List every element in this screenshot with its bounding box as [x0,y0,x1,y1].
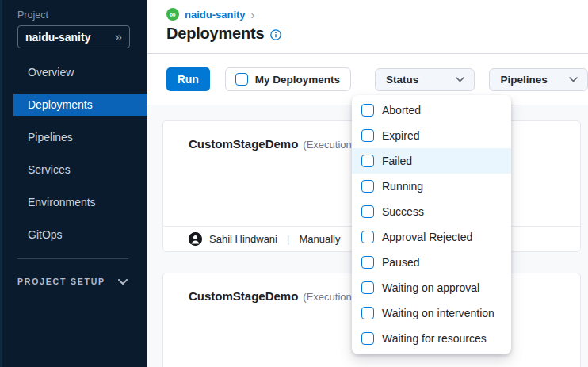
status-option-label: Paused [382,256,419,269]
app-window: Project naidu-sanity » OverviewDeploymen… [0,0,588,367]
cd-module-icon: ∞ [166,8,179,21]
run-button[interactable]: Run [166,67,210,91]
status-filter-label: Status [386,74,418,86]
sidebar-nav-item[interactable]: Deployments [13,94,147,116]
avatar-icon [189,232,202,246]
my-deployments-label: My Deployments [255,74,340,86]
pipelines-filter-dropdown[interactable]: Pipelines [489,68,588,91]
sidebar-nav-item[interactable]: Overview [13,61,147,83]
status-option-label: Running [382,180,423,193]
project-label: Project [17,10,48,21]
triggered-by[interactable]: Sahil Hindwani [209,233,277,245]
status-option-label: Waiting on approval [382,281,479,294]
sidebar-nav-item[interactable]: Pipelines [13,126,147,148]
status-option-label: Aborted [382,104,421,117]
status-option[interactable]: Waiting for resources [352,326,511,351]
sidebar: Project naidu-sanity » OverviewDeploymen… [0,0,147,367]
status-filter-dropdown[interactable]: Status [375,68,475,91]
chevron-down-icon [456,77,464,82]
sidebar-divider [17,258,128,259]
checkbox-icon[interactable] [361,180,374,193]
checkbox-icon[interactable] [361,104,374,117]
status-option[interactable]: Paused [352,250,511,275]
status-option-label: Approval Rejected [382,231,472,243]
sidebar-nav-item[interactable]: Services [13,159,147,181]
trigger-type: Manually [299,233,340,245]
checkbox-icon[interactable] [361,281,374,294]
page-title: Deployments [166,25,264,43]
checkbox-icon[interactable] [361,332,374,345]
my-deployments-toggle[interactable]: My Deployments [225,67,351,91]
status-filter-menu: Aborted Expired Failed Running Success A… [352,95,511,354]
expand-project-icon[interactable]: » [115,31,122,44]
project-selector[interactable]: naidu-sanity » [17,25,130,48]
status-option[interactable]: Aborted [352,97,511,123]
status-option[interactable]: Success [352,199,511,224]
checkbox-icon[interactable] [361,129,374,142]
checkbox-icon[interactable] [361,307,374,319]
chevron-down-icon [118,279,128,285]
status-option[interactable]: Waiting on intervention [352,300,511,326]
sidebar-nav-item[interactable]: GitOps [13,224,147,246]
status-option-label: Waiting on intervention [382,307,494,319]
project-setup-label: PROJECT SETUP [17,277,105,286]
breadcrumb-chevron-icon: › [251,9,255,21]
pipelines-filter-label: Pipelines [500,74,547,86]
footer-separator: | [284,233,292,245]
chevron-down-icon [569,77,578,82]
info-icon[interactable] [270,29,281,40]
breadcrumb: ∞ naidu-sanity › [166,7,588,21]
pipeline-name: CustomStageDemo [189,289,298,303]
project-name: naidu-sanity [25,31,115,44]
checkbox-icon[interactable] [361,205,374,218]
breadcrumb-project-link[interactable]: naidu-sanity [185,9,246,21]
status-option-label: Success [382,205,424,218]
checkbox-icon[interactable] [361,231,374,243]
status-option[interactable]: Failed [352,148,511,174]
status-option[interactable]: Expired [352,123,511,148]
page-header: ∞ naidu-sanity › Deployments [147,0,588,54]
status-option-label: Failed [382,155,412,167]
status-option[interactable]: Waiting on approval [352,275,511,300]
checkbox-icon[interactable] [361,155,374,167]
status-option[interactable]: Approval Rejected [352,224,511,250]
status-option-label: Waiting for resources [382,332,487,345]
status-option-label: Expired [382,129,419,142]
sidebar-nav: OverviewDeploymentsPipelinesServicesEnvi… [13,61,147,256]
sidebar-item-project-setup[interactable]: PROJECT SETUP [17,277,135,286]
sidebar-rail [0,0,2,367]
sidebar-nav-item[interactable]: Environments [13,191,147,213]
status-option[interactable]: Running [352,174,511,199]
checkbox-icon[interactable] [235,73,248,86]
pipeline-name: CustomStageDemo [189,137,298,151]
checkbox-icon[interactable] [361,256,374,269]
